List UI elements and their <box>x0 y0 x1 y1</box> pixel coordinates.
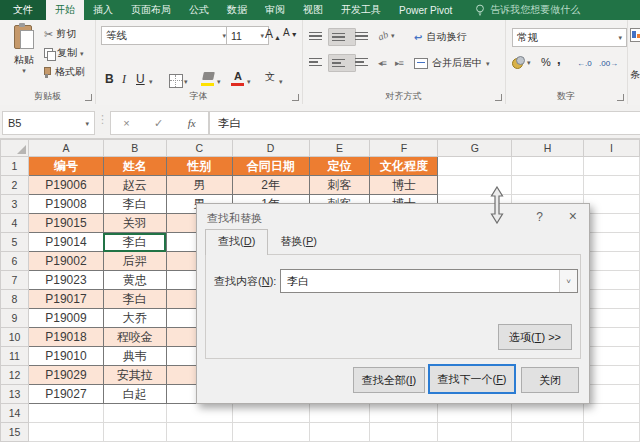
font-size-combo[interactable]: 11 ▾ <box>226 26 269 45</box>
underline-button[interactable]: U <box>136 72 145 86</box>
row-header-3[interactable]: 3 <box>1 195 29 214</box>
row-header-4[interactable]: 4 <box>1 214 29 233</box>
find-what-input[interactable]: 李白 ˅ <box>280 269 578 293</box>
cell-C1[interactable]: 性别 <box>166 157 232 176</box>
bold-button[interactable]: B <box>105 72 114 86</box>
select-all-corner[interactable] <box>1 140 29 157</box>
cell-I11[interactable] <box>584 347 640 366</box>
decrease-decimal-icon[interactable]: .00→ <box>599 59 618 68</box>
percent-style-button[interactable]: % <box>541 56 551 68</box>
ribbon-tab-formulas[interactable]: 公式 <box>180 0 218 20</box>
format-painter-button[interactable]: 格式刷 <box>42 65 85 79</box>
row-header-8[interactable]: 8 <box>1 290 29 309</box>
cell-I2[interactable] <box>584 176 640 195</box>
cell-B14[interactable] <box>103 404 166 423</box>
number-format-combo[interactable]: 常规 ▾ <box>512 28 627 47</box>
copy-button[interactable]: 复制 ▾ <box>44 46 84 60</box>
cell-A12[interactable]: P19029 <box>28 366 103 385</box>
tell-me[interactable]: 告诉我您想要做什么 <box>475 0 580 20</box>
formula-input[interactable]: 李白 <box>209 111 640 135</box>
cell-A3[interactable]: P19008 <box>28 195 103 214</box>
cell-A8[interactable]: P19017 <box>28 290 103 309</box>
ribbon-tab-page-layout[interactable]: 页面布局 <box>122 0 180 20</box>
row-header-13[interactable]: 13 <box>1 385 29 404</box>
find-all-button[interactable]: 查找全部(I) <box>353 367 425 393</box>
options-button[interactable]: 选项(T) >> <box>498 324 572 350</box>
row-header-9[interactable]: 9 <box>1 309 29 328</box>
cell-H14[interactable] <box>512 404 584 423</box>
phonetic-button[interactable]: 文 <box>263 70 277 86</box>
cell-B8[interactable]: 李白 <box>103 290 166 309</box>
column-header-H[interactable]: H <box>512 140 584 157</box>
cell-B6[interactable]: 后羿 <box>103 252 166 271</box>
wrap-text-button[interactable]: ↩ 自动换行 <box>414 30 466 44</box>
column-header-C[interactable]: C <box>166 140 232 157</box>
cell-F2[interactable]: 博士 <box>370 176 438 195</box>
decrease-indent-icon[interactable]: ◂≡ <box>378 58 386 68</box>
cell-I5[interactable] <box>584 233 640 252</box>
cell-E2[interactable]: 刺客 <box>309 176 370 195</box>
cell-A13[interactable]: P19027 <box>28 385 103 404</box>
row-header-2[interactable]: 2 <box>1 176 29 195</box>
cell-B12[interactable]: 安其拉 <box>103 366 166 385</box>
dialog-help-button[interactable]: ? <box>536 210 543 224</box>
tab-find[interactable]: 查找(D) <box>205 229 268 255</box>
cell-E15[interactable] <box>309 423 370 442</box>
font-name-combo[interactable]: 等线 ▾ <box>101 26 231 45</box>
accounting-format-button[interactable]: ▾ <box>512 56 531 68</box>
cell-C14[interactable] <box>166 404 232 423</box>
font-color-button[interactable]: A <box>231 70 245 86</box>
cell-I14[interactable] <box>584 404 640 423</box>
merge-center-button[interactable]: 合并后居中 ▾ <box>414 56 490 70</box>
cut-button[interactable]: ✂ 剪切 <box>44 27 76 41</box>
cell-A2[interactable]: P19006 <box>28 176 103 195</box>
ribbon-tab-view[interactable]: 视图 <box>294 0 332 20</box>
cell-A4[interactable]: P19015 <box>28 214 103 233</box>
cell-F14[interactable] <box>370 404 438 423</box>
clipboard-dialog-launcher[interactable] <box>85 94 92 101</box>
cell-I4[interactable] <box>584 214 640 233</box>
column-header-A[interactable]: A <box>28 140 103 157</box>
cell-B15[interactable] <box>103 423 166 442</box>
ribbon-tab-review[interactable]: 审阅 <box>256 0 294 20</box>
row-header-1[interactable]: 1 <box>1 157 29 176</box>
cell-I8[interactable] <box>584 290 640 309</box>
borders-button[interactable] <box>169 74 183 88</box>
cell-A7[interactable]: P19023 <box>28 271 103 290</box>
column-header-D[interactable]: D <box>232 140 309 157</box>
column-header-B[interactable]: B <box>103 140 166 157</box>
row-header-10[interactable]: 10 <box>1 328 29 347</box>
column-header-E[interactable]: E <box>309 140 370 157</box>
cell-I12[interactable] <box>584 366 640 385</box>
ribbon-tab-data[interactable]: 数据 <box>218 0 256 20</box>
name-box[interactable]: B5 ▾ <box>2 111 95 135</box>
row-header-15[interactable]: 15 <box>1 423 29 442</box>
cell-B1[interactable]: 姓名 <box>103 157 166 176</box>
close-button[interactable]: 关闭 <box>521 367 579 393</box>
ribbon-tab-developer[interactable]: 开发工具 <box>332 0 390 20</box>
cell-I6[interactable] <box>584 252 640 271</box>
column-header-F[interactable]: F <box>370 140 438 157</box>
ribbon-tab-file[interactable]: 文件 <box>0 0 46 20</box>
row-header-11[interactable]: 11 <box>1 347 29 366</box>
cell-I13[interactable] <box>584 385 640 404</box>
row-header-6[interactable]: 6 <box>1 252 29 271</box>
cell-I3[interactable] <box>584 195 640 214</box>
cell-A11[interactable]: P19010 <box>28 347 103 366</box>
cell-B13[interactable]: 白起 <box>103 385 166 404</box>
paste-button[interactable]: 粘贴 ▾ <box>7 24 41 90</box>
cell-D14[interactable] <box>232 404 309 423</box>
cell-C2[interactable]: 男 <box>166 176 232 195</box>
align-right-icon[interactable] <box>352 54 378 70</box>
row-header-12[interactable]: 12 <box>1 366 29 385</box>
ribbon-tab-insert[interactable]: 插入 <box>84 0 122 20</box>
cell-B9[interactable]: 大乔 <box>103 309 166 328</box>
dialog-close-icon[interactable]: × <box>569 208 577 224</box>
italic-button[interactable]: I <box>122 72 126 87</box>
cell-H2[interactable] <box>512 176 584 195</box>
cell-B11[interactable]: 典韦 <box>103 347 166 366</box>
cell-I7[interactable] <box>584 271 640 290</box>
increase-decimal-icon[interactable]: ←.0 <box>577 59 592 68</box>
ribbon-tab-power-pivot[interactable]: Power Pivot <box>390 0 461 20</box>
font-dialog-launcher[interactable] <box>292 94 299 101</box>
